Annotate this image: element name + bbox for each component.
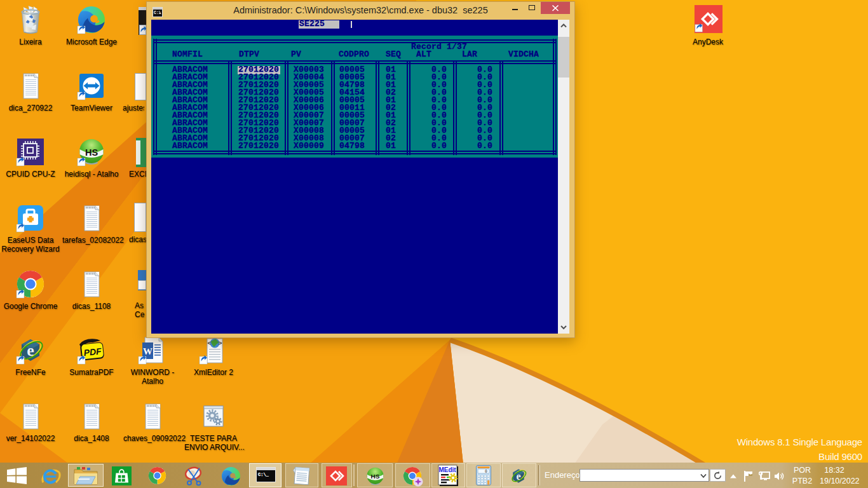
svg-text:0: 0 bbox=[485, 470, 487, 474]
svg-text:W: W bbox=[143, 346, 153, 356]
svg-text:HS: HS bbox=[371, 473, 380, 480]
svg-text:PDF: PDF bbox=[83, 346, 102, 358]
svg-text:MEdit: MEdit bbox=[438, 466, 456, 473]
svg-text:<: < bbox=[208, 341, 211, 347]
svg-text:>: > bbox=[219, 341, 222, 347]
svg-text:HS: HS bbox=[85, 147, 98, 158]
